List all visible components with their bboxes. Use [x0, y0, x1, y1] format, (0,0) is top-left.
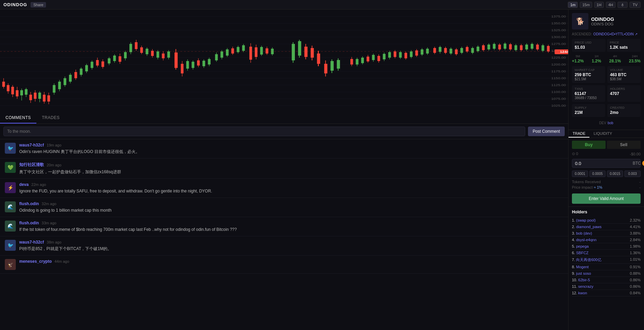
- txns-cell: TXNS 61147 38689 / 73050: [572, 85, 605, 102]
- avatar: 🌊: [5, 221, 16, 232]
- holder-rank: 5. pepega: [572, 244, 589, 248]
- svg-rect-105: [203, 61, 205, 66]
- post-comment-button[interactable]: Post Comment: [528, 127, 565, 136]
- svg-rect-139: [317, 54, 320, 64]
- dev-row: DEV bob: [572, 120, 641, 126]
- comment-header: meneses_crypto 44m ago: [19, 259, 563, 264]
- tab-trades[interactable]: TRADES: [36, 113, 65, 123]
- svg-rect-103: [197, 60, 200, 66]
- holders-title: Holders: [572, 210, 641, 214]
- avatar: ⚡: [5, 182, 16, 193]
- holder-pct: 1.01%: [630, 257, 641, 262]
- svg-rect-49: [47, 95, 50, 102]
- holder-rank: 9. just soso: [572, 271, 591, 275]
- svg-rect-115: [231, 48, 234, 54]
- chart-candle-btn[interactable]: 🕯: [618, 2, 628, 8]
- sell-button[interactable]: Sell: [607, 141, 641, 149]
- svg-rect-169: [410, 51, 413, 57]
- holder-rank: 10. 62bir-5: [572, 278, 590, 282]
- price-impact-row: Price impact ≈ 1% -: [572, 185, 641, 189]
- svg-text:1025.00: 1025.00: [551, 104, 566, 107]
- quick-btn-3[interactable]: 0.0015: [607, 170, 623, 177]
- holder-row: 6. SBFCZ 1.36%: [572, 250, 641, 256]
- holder-row: 4. dsysl-e4qnn 2.84%: [572, 237, 641, 243]
- comment-time: 33m ago: [42, 221, 56, 225]
- comment-header: flush.odin 33m ago: [19, 221, 563, 225]
- holder-rank: 3. bob (dev): [572, 231, 592, 235]
- tab-trade[interactable]: TRADE: [568, 130, 589, 138]
- quick-btn-2[interactable]: 0.0005: [589, 170, 606, 177]
- comments-list: 🐦 waus7-h32cf 19m ago Odin's raven HUGIN…: [0, 139, 568, 330]
- svg-rect-125: [260, 47, 263, 55]
- svg-text:1125.00: 1125.00: [551, 83, 566, 86]
- comment-time: 20m ago: [47, 163, 61, 167]
- holder-row: 10. 62bir-5 0.86%: [572, 277, 641, 283]
- tab-liquidity[interactable]: LIQUIDITY: [589, 130, 616, 138]
- share-button[interactable]: Share: [31, 2, 46, 8]
- svg-rect-77: [124, 52, 127, 58]
- btc-icon: ₿: [642, 161, 644, 166]
- svg-text:1200.00: 1200.00: [551, 62, 566, 66]
- comment-time: 44m ago: [55, 259, 69, 263]
- svg-rect-165: [399, 52, 402, 58]
- holder-rank: 2. diamond_paws: [572, 225, 601, 229]
- svg-rect-149: [356, 59, 358, 64]
- holder-rank: 4. dsysl-e4qnn: [572, 238, 597, 242]
- list-item: 💚 知行社区清歌 20m ago 奥丁中文社区，一起护盘做钻石手，加微信zx16…: [0, 158, 568, 179]
- svg-rect-179: [439, 47, 441, 52]
- left-panel: 1375.00 1350.00 1325.00 1300.00 1275.00 …: [0, 10, 568, 330]
- change-4h: 4H 28.1%: [609, 55, 621, 63]
- quick-amounts: 0.0001 0.0005 0.0015 0.003: [572, 170, 641, 177]
- svg-rect-217: [542, 45, 544, 51]
- comment-body: deva 22m ago Ignore the FUD, you are tot…: [19, 182, 563, 194]
- holders-cell: HOLDERS 4707: [607, 85, 641, 102]
- comment-text: If the tst token of four.meme of $bnb re…: [19, 226, 563, 233]
- svg-rect-73: [113, 56, 116, 61]
- svg-rect-39: [25, 89, 27, 95]
- change-1h: 1H 1.2%: [592, 55, 601, 63]
- avatar: 🦅: [5, 259, 16, 270]
- holder-rank: 8. Mogent: [572, 265, 589, 269]
- chart-tv-btn[interactable]: TV: [630, 2, 641, 8]
- svg-rect-83: [140, 47, 143, 53]
- token-subtitle: ODIN'S DOG: [591, 22, 614, 26]
- avatar: 🌊: [5, 201, 16, 212]
- time-15m[interactable]: 15m: [580, 2, 592, 8]
- svg-rect-67: [96, 60, 99, 66]
- amount-input[interactable]: [575, 161, 633, 166]
- comment-username: meneses_crypto: [19, 259, 52, 264]
- svg-rect-51: [53, 85, 56, 93]
- tokens-received-row: Tokens Received -: [572, 180, 641, 184]
- svg-rect-135: [304, 47, 308, 57]
- dev-name[interactable]: bob: [608, 121, 613, 125]
- svg-rect-197: [487, 45, 490, 49]
- svg-rect-155: [372, 55, 375, 60]
- comment-header: waus7-h32cf 19m ago: [19, 143, 563, 148]
- quick-btn-4[interactable]: 0.003: [624, 170, 641, 177]
- svg-text:1300.00: 1300.00: [551, 35, 566, 38]
- avatar: 🐦: [5, 240, 16, 251]
- comment-body: flush.odin 32m ago Odindog is going to 1…: [19, 201, 563, 213]
- svg-rect-55: [64, 78, 66, 85]
- holder-pct: 0.84%: [630, 291, 641, 295]
- svg-rect-207: [515, 45, 517, 50]
- comment-username: 知行社区清歌: [19, 162, 44, 168]
- quick-btn-1[interactable]: 0.0001: [572, 170, 588, 177]
- buy-button[interactable]: Buy: [572, 141, 606, 149]
- time-1h[interactable]: 1H: [594, 2, 604, 8]
- holder-row: 3. bob (dev) 3.88%: [572, 230, 641, 237]
- enter-valid-button[interactable]: Enter Valid Amount: [572, 193, 641, 204]
- comment-text: Odin's raven HUGINN 奥丁平台的LOGO 目前市值还很低，必火…: [19, 149, 563, 155]
- candlestick-chart: 1375.00 1350.00 1325.00 1300.00 1275.00 …: [0, 10, 568, 113]
- svg-rect-33: [11, 87, 14, 94]
- time-1m[interactable]: 1m: [568, 2, 578, 8]
- holder-row: 1. (swap pool) 2.32%: [572, 217, 641, 224]
- time-4h[interactable]: 4H: [606, 2, 616, 8]
- holder-pct: 0.86%: [630, 278, 641, 282]
- ascended-link[interactable]: ODINDOG•ID•YTTL•ODIN ↗: [593, 32, 637, 36]
- svg-rect-145: [337, 60, 340, 69]
- comment-header: deva 22m ago: [19, 182, 563, 187]
- tab-comments[interactable]: COMMENTS: [0, 113, 36, 123]
- comment-input[interactable]: [3, 127, 525, 136]
- svg-rect-133: [298, 41, 301, 56]
